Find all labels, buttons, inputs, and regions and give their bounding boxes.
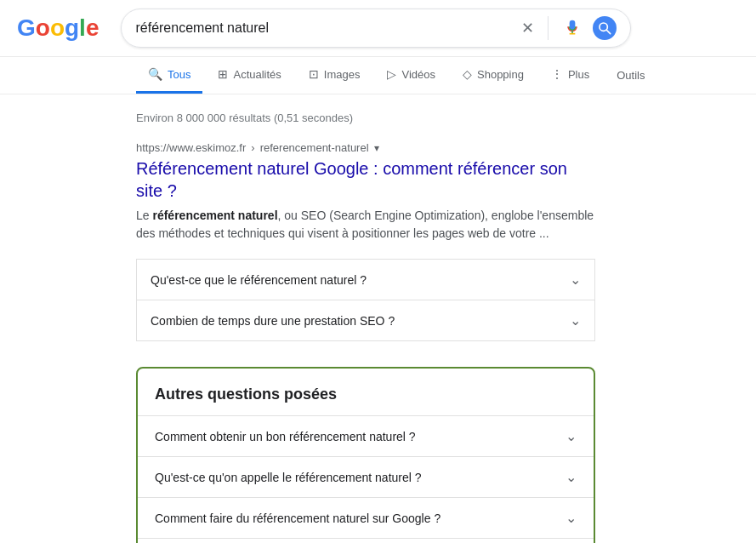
other-question-chevron-2: ⌄ xyxy=(566,469,577,485)
tab-videos-label: Vidéos xyxy=(401,68,435,81)
tools-button[interactable]: Outils xyxy=(605,59,657,92)
tab-shopping-label: Shopping xyxy=(477,68,524,81)
result-description: Le référencement naturel, ou SEO (Search… xyxy=(136,207,595,243)
tab-plus-label: Plus xyxy=(568,68,589,81)
other-question-text-1: Comment obtenir un bon référencement nat… xyxy=(155,430,416,443)
tab-videos[interactable]: ▷ Vidéos xyxy=(375,57,447,94)
other-question-text-2: Qu'est-ce qu'on appelle le référencement… xyxy=(155,471,422,484)
mic-icon xyxy=(564,20,581,37)
result-url-path: referencement-naturel xyxy=(260,141,369,154)
bold-term-1: référencement naturel xyxy=(152,209,277,222)
svg-line-1 xyxy=(606,30,611,34)
other-question-text-3: Comment faire du référencement naturel s… xyxy=(155,512,441,525)
search-icon xyxy=(598,21,611,35)
search-input[interactable] xyxy=(135,20,521,36)
voice-search-button[interactable] xyxy=(562,18,583,38)
search-icons: ✕ xyxy=(521,16,617,40)
main-content: Environ 8 000 000 résultats (0,51 second… xyxy=(0,94,731,543)
videos-icon: ▷ xyxy=(387,67,396,81)
other-questions-title: Autres questions posées xyxy=(138,369,594,415)
result-title[interactable]: Référencement naturel Google : comment r… xyxy=(136,157,595,202)
clear-button[interactable]: ✕ xyxy=(521,19,534,37)
other-questions-box: Autres questions posées Comment obtenir … xyxy=(136,367,595,543)
logo-o1: o xyxy=(36,14,50,42)
tab-shopping[interactable]: ◇ Shopping xyxy=(451,57,536,94)
tab-images[interactable]: ⊡ Images xyxy=(297,57,372,94)
faq-question-2: Combien de temps dure une prestation SEO… xyxy=(151,314,395,328)
search-bar: ✕ xyxy=(121,9,631,48)
faq-chevron-2: ⌄ xyxy=(570,312,581,329)
tab-tous-label: Tous xyxy=(168,68,190,81)
other-question-chevron-1: ⌄ xyxy=(566,428,577,444)
logo-l: l xyxy=(79,14,86,42)
tab-plus[interactable]: ⋮ Plus xyxy=(539,57,601,94)
plus-icon: ⋮ xyxy=(551,67,563,81)
logo-g1: G xyxy=(17,14,36,42)
other-question-item-3[interactable]: Comment faire du référencement naturel s… xyxy=(138,497,594,538)
tools-label: Outils xyxy=(617,69,645,82)
other-question-chevron-3: ⌄ xyxy=(566,510,577,526)
other-question-item-2[interactable]: Qu'est-ce qu'on appelle le référencement… xyxy=(138,456,594,497)
faq-question-1: Qu'est-ce que le référencement naturel ? xyxy=(151,273,367,287)
results-count: Environ 8 000 000 résultats (0,51 second… xyxy=(136,111,595,124)
tab-images-label: Images xyxy=(324,68,361,81)
logo-g2: g xyxy=(65,14,79,42)
logo-o2: o xyxy=(50,14,65,42)
logo-e: e xyxy=(86,14,99,42)
url-dropdown-icon[interactable]: ▾ xyxy=(374,142,379,154)
separator xyxy=(548,16,549,40)
nav-tabs: 🔍 Tous ⊞ Actualités ⊡ Images ▷ Vidéos ◇ … xyxy=(0,57,756,94)
url-separator: › xyxy=(251,141,254,154)
tab-actualites-label: Actualités xyxy=(233,68,281,81)
faq-chevron-1: ⌄ xyxy=(570,272,581,288)
images-icon: ⊡ xyxy=(309,67,319,81)
header: Google ✕ xyxy=(0,0,756,57)
tab-actualites[interactable]: ⊞ Actualités xyxy=(206,57,293,94)
other-question-item-1[interactable]: Comment obtenir un bon référencement nat… xyxy=(138,415,594,456)
google-logo: Google xyxy=(17,14,99,42)
shopping-icon: ◇ xyxy=(463,67,472,81)
main-result: https://www.eskimoz.fr › referencement-n… xyxy=(136,141,595,243)
actualites-icon: ⊞ xyxy=(218,67,228,81)
clear-icon: ✕ xyxy=(521,19,534,37)
result-url-domain: https://www.eskimoz.fr xyxy=(136,141,246,154)
result-url: https://www.eskimoz.fr › referencement-n… xyxy=(136,141,595,154)
faq-item-2[interactable]: Combien de temps dure une prestation SEO… xyxy=(136,300,595,341)
faq-item-1[interactable]: Qu'est-ce que le référencement naturel ?… xyxy=(136,259,595,300)
tab-tous[interactable]: 🔍 Tous xyxy=(136,57,202,94)
faq-list: Qu'est-ce que le référencement naturel ?… xyxy=(136,259,595,341)
other-question-item-4[interactable]: Comment faire son référencement ? ⌄ xyxy=(138,538,594,543)
search-button[interactable] xyxy=(593,16,617,40)
tous-icon: 🔍 xyxy=(148,67,162,81)
